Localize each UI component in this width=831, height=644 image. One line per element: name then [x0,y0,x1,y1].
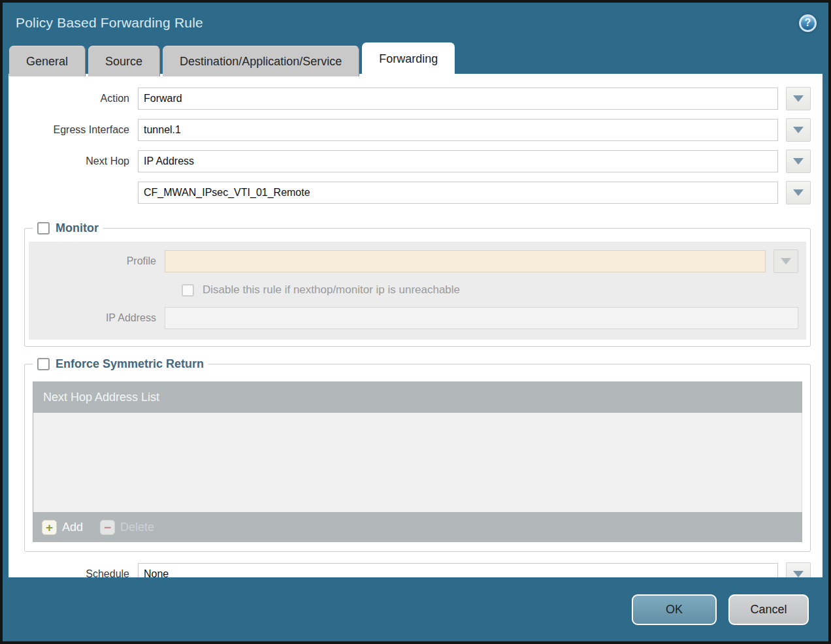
dialog-titlebar: Policy Based Forwarding Rule ? [3,3,828,40]
forwarding-tab-panel: Action Egress Interface Next Hop [8,74,823,577]
table-footer: + Add − Delete [33,512,802,542]
tab-bar: General Source Destination/Application/S… [9,42,457,76]
help-icon[interactable]: ? [799,14,817,32]
monitor-ip-address-fieldwrap [165,307,798,329]
delete-button: − Delete [100,520,154,535]
monitor-ip-address-input [165,307,798,329]
next-hop-row: Next Hop [8,150,811,173]
action-dropdown-button[interactable] [786,87,811,110]
action-label: Action [8,93,138,105]
egress-interface-select[interactable] [138,119,778,141]
next-hop-label: Next Hop [8,155,138,167]
next-hop-dropdown-button[interactable] [786,150,811,173]
monitor-legend: Monitor [33,221,103,235]
monitor-disable-rule-row: Disable this rule if nexthop/monitor ip … [182,283,806,297]
disable-rule-label: Disable this rule if nexthop/monitor ip … [203,283,460,297]
chevron-down-icon [793,95,804,102]
next-hop-type-select[interactable] [138,150,778,172]
monitor-profile-label: Profile [29,255,165,267]
monitor-profile-select [165,250,766,272]
schedule-row: Schedule [8,562,811,577]
action-row: Action [8,87,811,110]
chevron-down-icon [781,258,791,265]
tab-source[interactable]: Source [88,46,160,76]
delete-button-label: Delete [120,521,154,534]
tab-general[interactable]: General [9,46,86,76]
table-body-empty[interactable] [33,413,802,512]
tab-forwarding[interactable]: Forwarding [362,42,455,76]
symmetric-return-checkbox[interactable] [37,358,50,370]
monitor-legend-label: Monitor [56,221,99,235]
monitor-panel: Profile Disable this rule if nexthop/mon… [29,242,806,340]
minus-icon: − [100,520,115,535]
action-fieldwrap [138,87,811,110]
egress-interface-fieldwrap [138,118,811,142]
egress-interface-row: Egress Interface [8,118,811,142]
cancel-button[interactable]: Cancel [728,594,809,625]
next-hop-address-select[interactable] [138,182,778,204]
monitor-profile-dropdown-button [774,250,798,273]
symmetric-return-fieldset: Enforce Symmetric Return Next Hop Addres… [24,357,811,552]
tab-destination-application-service[interactable]: Destination/Application/Service [163,46,359,76]
action-select[interactable] [138,88,778,110]
dialog-footer: OK Cancel [3,577,828,641]
next-hop-address-fieldwrap [138,181,811,204]
table-header-label: Next Hop Address List [43,391,159,404]
ok-button[interactable]: OK [632,594,717,625]
schedule-dropdown-button[interactable] [786,562,811,577]
next-hop-address-list-table: Next Hop Address List + Add − Delete [33,381,802,542]
next-hop-fieldwrap [138,150,811,173]
monitor-ip-address-label: IP Address [29,312,165,324]
next-hop-address-row [8,181,811,204]
monitor-fieldset: Monitor Profile Disable this rule if nex… [24,221,811,347]
monitor-profile-fieldwrap [165,250,798,273]
schedule-label: Schedule [8,568,138,577]
monitor-checkbox[interactable] [37,222,50,234]
chevron-down-icon [793,158,804,165]
chevron-down-icon [793,571,804,577]
pbf-rule-dialog: Policy Based Forwarding Rule ? General S… [0,0,831,644]
symmetric-return-legend-label: Enforce Symmetric Return [56,357,204,371]
egress-interface-dropdown-button[interactable] [786,118,811,142]
symmetric-return-legend: Enforce Symmetric Return [33,357,208,371]
add-button[interactable]: + Add [42,520,83,535]
monitor-ip-address-row: IP Address [29,307,798,329]
schedule-select[interactable] [138,563,778,577]
add-button-label: Add [62,521,83,534]
dialog-title: Policy Based Forwarding Rule [16,15,203,31]
chevron-down-icon [793,127,804,133]
table-header: Next Hop Address List [33,381,802,413]
monitor-profile-row: Profile [29,250,798,273]
disable-rule-checkbox [182,284,194,297]
next-hop-address-dropdown-button[interactable] [786,181,811,204]
plus-icon: + [42,520,57,535]
schedule-fieldwrap [138,562,811,577]
egress-interface-label: Egress Interface [8,124,138,136]
chevron-down-icon [793,189,804,196]
